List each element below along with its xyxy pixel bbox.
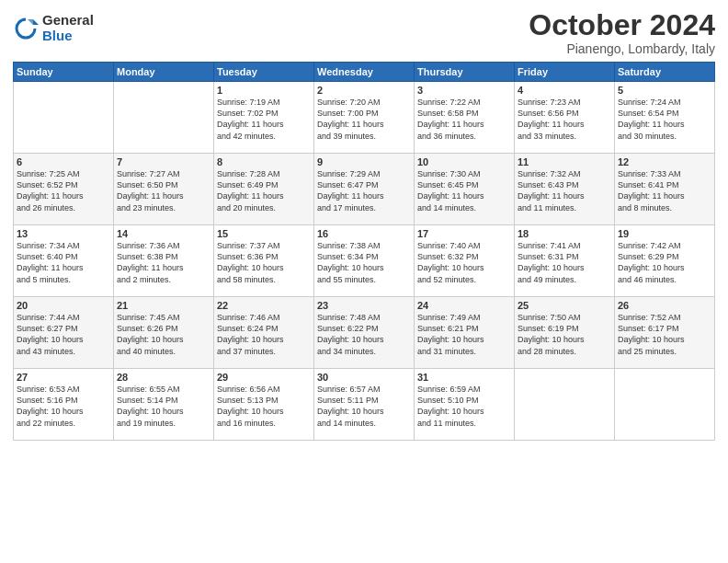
day-number: 30 [317,372,411,383]
day-number: 4 [518,85,611,96]
calendar-day-cell: 23Sunrise: 7:48 AMSunset: 6:22 PMDayligh… [314,297,415,369]
calendar-week-row: 1Sunrise: 7:19 AMSunset: 7:02 PMDaylight… [14,82,715,154]
day-info-text: Sunrise: 7:33 AMSunset: 6:41 PMDaylight:… [618,168,711,213]
day-of-week-header: Tuesday [214,63,314,82]
day-of-week-header: Friday [515,63,615,82]
day-number: 14 [117,228,210,239]
day-info-text: Sunrise: 7:22 AMSunset: 6:58 PMDaylight:… [417,97,511,142]
day-info-text: Sunrise: 7:30 AMSunset: 6:45 PMDaylight:… [417,168,511,213]
day-of-week-header: Saturday [615,63,715,82]
day-number: 24 [417,300,511,311]
day-number: 3 [417,85,511,96]
calendar-day-cell [114,82,214,154]
day-info-text: Sunrise: 7:52 AMSunset: 6:17 PMDaylight:… [618,312,711,357]
calendar-day-cell: 15Sunrise: 7:37 AMSunset: 6:36 PMDayligh… [214,225,314,297]
day-number: 20 [17,300,110,311]
day-number: 26 [618,300,711,311]
day-number: 8 [217,156,311,167]
title-section: October 2024 Pianengo, Lombardy, Italy [529,9,715,56]
calendar-day-cell: 13Sunrise: 7:34 AMSunset: 6:40 PMDayligh… [14,225,114,297]
calendar-day-cell: 5Sunrise: 7:24 AMSunset: 6:54 PMDaylight… [615,82,715,154]
day-number: 25 [518,300,611,311]
calendar-day-cell: 28Sunrise: 6:55 AMSunset: 5:14 PMDayligh… [114,369,214,441]
day-number: 9 [317,156,411,167]
day-info-text: Sunrise: 7:48 AMSunset: 6:22 PMDaylight:… [317,312,411,357]
calendar-day-cell: 31Sunrise: 6:59 AMSunset: 5:10 PMDayligh… [415,369,515,441]
day-info-text: Sunrise: 7:24 AMSunset: 6:54 PMDaylight:… [618,97,711,142]
day-number: 31 [417,372,511,383]
day-of-week-header: Sunday [14,63,114,82]
day-number: 27 [17,372,110,383]
calendar-day-cell: 29Sunrise: 6:56 AMSunset: 5:13 PMDayligh… [214,369,314,441]
day-number: 21 [117,300,210,311]
day-info-text: Sunrise: 7:28 AMSunset: 6:49 PMDaylight:… [217,168,311,213]
day-of-week-header: Monday [114,63,214,82]
page-header: General Blue October 2024 Pianengo, Lomb… [13,9,715,56]
day-number: 11 [518,156,611,167]
calendar-day-cell: 26Sunrise: 7:52 AMSunset: 6:17 PMDayligh… [615,297,715,369]
day-of-week-header: Thursday [415,63,515,82]
calendar-day-cell: 2Sunrise: 7:20 AMSunset: 7:00 PMDaylight… [314,82,415,154]
day-info-text: Sunrise: 7:37 AMSunset: 6:36 PMDaylight:… [217,240,311,285]
day-info-text: Sunrise: 7:20 AMSunset: 7:00 PMDaylight:… [317,97,411,142]
calendar-week-row: 6Sunrise: 7:25 AMSunset: 6:52 PMDaylight… [14,154,715,225]
day-info-text: Sunrise: 7:36 AMSunset: 6:38 PMDaylight:… [117,240,210,285]
calendar-header-row: SundayMondayTuesdayWednesdayThursdayFrid… [14,63,715,82]
calendar-day-cell [615,369,715,441]
day-info-text: Sunrise: 7:29 AMSunset: 6:47 PMDaylight:… [317,168,411,213]
day-info-text: Sunrise: 7:50 AMSunset: 6:19 PMDaylight:… [518,312,611,357]
calendar-day-cell: 25Sunrise: 7:50 AMSunset: 6:19 PMDayligh… [515,297,615,369]
day-info-text: Sunrise: 7:25 AMSunset: 6:52 PMDaylight:… [17,168,110,213]
calendar-day-cell: 7Sunrise: 7:27 AMSunset: 6:50 PMDaylight… [114,154,214,225]
day-info-text: Sunrise: 6:59 AMSunset: 5:10 PMDaylight:… [417,384,511,429]
logo: General Blue [13,13,94,43]
calendar-table: SundayMondayTuesdayWednesdayThursdayFrid… [13,62,715,441]
day-number: 6 [17,156,110,167]
day-info-text: Sunrise: 7:19 AMSunset: 7:02 PMDaylight:… [217,97,311,142]
calendar-day-cell [14,82,114,154]
location-text: Pianengo, Lombardy, Italy [529,41,715,56]
day-number: 5 [618,85,711,96]
day-info-text: Sunrise: 7:41 AMSunset: 6:31 PMDaylight:… [518,240,611,285]
day-info-text: Sunrise: 7:23 AMSunset: 6:56 PMDaylight:… [518,97,611,142]
day-info-text: Sunrise: 6:55 AMSunset: 5:14 PMDaylight:… [117,384,210,429]
calendar-day-cell: 3Sunrise: 7:22 AMSunset: 6:58 PMDaylight… [415,82,515,154]
day-number: 10 [417,156,511,167]
day-number: 22 [217,300,311,311]
day-number: 19 [618,228,711,239]
calendar-week-row: 13Sunrise: 7:34 AMSunset: 6:40 PMDayligh… [14,225,715,297]
calendar-day-cell: 21Sunrise: 7:45 AMSunset: 6:26 PMDayligh… [114,297,214,369]
calendar-day-cell: 30Sunrise: 6:57 AMSunset: 5:11 PMDayligh… [314,369,415,441]
calendar-day-cell: 18Sunrise: 7:41 AMSunset: 6:31 PMDayligh… [515,225,615,297]
logo-blue-text: Blue [42,29,94,44]
day-number: 16 [317,228,411,239]
calendar-week-row: 20Sunrise: 7:44 AMSunset: 6:27 PMDayligh… [14,297,715,369]
calendar-day-cell: 12Sunrise: 7:33 AMSunset: 6:41 PMDayligh… [615,154,715,225]
day-info-text: Sunrise: 7:38 AMSunset: 6:34 PMDaylight:… [317,240,411,285]
calendar-day-cell: 22Sunrise: 7:46 AMSunset: 6:24 PMDayligh… [214,297,314,369]
day-info-text: Sunrise: 7:42 AMSunset: 6:29 PMDaylight:… [618,240,711,285]
calendar-day-cell: 10Sunrise: 7:30 AMSunset: 6:45 PMDayligh… [415,154,515,225]
calendar-day-cell: 8Sunrise: 7:28 AMSunset: 6:49 PMDaylight… [214,154,314,225]
logo-icon [13,16,39,41]
day-info-text: Sunrise: 6:56 AMSunset: 5:13 PMDaylight:… [217,384,311,429]
day-info-text: Sunrise: 7:49 AMSunset: 6:21 PMDaylight:… [417,312,511,357]
day-number: 18 [518,228,611,239]
day-number: 7 [117,156,210,167]
svg-marker-1 [33,19,39,25]
day-info-text: Sunrise: 7:45 AMSunset: 6:26 PMDaylight:… [117,312,210,357]
calendar-day-cell: 24Sunrise: 7:49 AMSunset: 6:21 PMDayligh… [415,297,515,369]
day-info-text: Sunrise: 7:32 AMSunset: 6:43 PMDaylight:… [518,168,611,213]
calendar-day-cell: 6Sunrise: 7:25 AMSunset: 6:52 PMDaylight… [14,154,114,225]
calendar-day-cell: 14Sunrise: 7:36 AMSunset: 6:38 PMDayligh… [114,225,214,297]
day-info-text: Sunrise: 7:40 AMSunset: 6:32 PMDaylight:… [417,240,511,285]
calendar-day-cell: 9Sunrise: 7:29 AMSunset: 6:47 PMDaylight… [314,154,415,225]
day-info-text: Sunrise: 6:53 AMSunset: 5:16 PMDaylight:… [17,384,110,429]
day-info-text: Sunrise: 7:34 AMSunset: 6:40 PMDaylight:… [17,240,110,285]
day-info-text: Sunrise: 7:27 AMSunset: 6:50 PMDaylight:… [117,168,210,213]
logo-general-text: General [42,13,94,29]
calendar-day-cell: 16Sunrise: 7:38 AMSunset: 6:34 PMDayligh… [314,225,415,297]
calendar-day-cell: 1Sunrise: 7:19 AMSunset: 7:02 PMDaylight… [214,82,314,154]
calendar-day-cell: 4Sunrise: 7:23 AMSunset: 6:56 PMDaylight… [515,82,615,154]
day-info-text: Sunrise: 6:57 AMSunset: 5:11 PMDaylight:… [317,384,411,429]
